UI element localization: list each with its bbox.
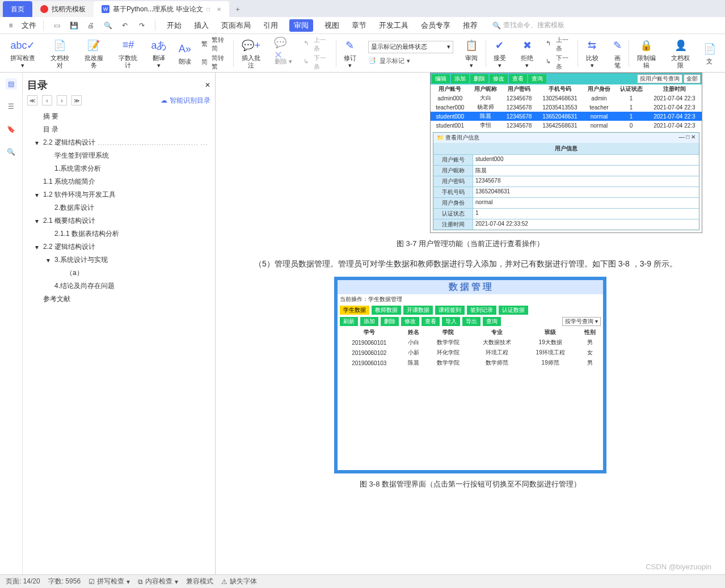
menu-recommend[interactable]: 推荐 [462,19,479,32]
ribbon-translate[interactable]: aあ翻译 ▾ [145,34,173,72]
redo-icon[interactable]: ↷ [136,19,148,32]
outline-prev[interactable]: ‹ [42,95,52,105]
new-tab-button[interactable]: ＋ [229,1,246,17]
menu-member[interactable]: 会员专享 [420,19,452,32]
menu-insert[interactable]: 插入 [193,19,210,32]
ribbon-next-change[interactable]: ↳下一条 [546,54,574,71]
outline-item[interactable]: 摘 要 [27,110,210,123]
status-bar: 页面: 14/20 字数: 5956 ☑ 拼写检查 ▾ ⧉ 内容检查 ▾ 兼容模… [0,574,725,588]
document-area[interactable]: 编辑 添加 删除 修改 查看 查询 按用户账号查询 全部 用户账号用户昵称用户密… [216,73,725,574]
tab-docshell[interactable]: 找稻壳模板 [32,1,94,17]
e1-btn: 查看 [509,74,527,83]
status-spell[interactable]: ☑ 拼写检查 ▾ [88,577,130,586]
outline-list: 摘 要目 录▾2.2 逻辑结构设计学生签到管理系统1.系统需求分析1.1 系统功… [27,110,210,306]
simp-icon: 简 [201,58,210,67]
new-doc-icon[interactable]: ▭ [50,19,63,32]
outline-collapse-all[interactable]: ≪ [27,95,37,105]
tab-home[interactable]: 首页 [3,1,32,17]
toc-icon[interactable]: ▤ [6,78,17,90]
menu-pagelayout[interactable]: 页面布局 [220,19,252,32]
prev-icon: ↰ [304,40,312,49]
outline-item[interactable]: ▾1.2 软件环境与开发工具 [27,188,210,201]
outline-item[interactable]: （a） [27,266,210,280]
e1-btn: 查询 [528,74,546,83]
outline-item[interactable]: 2.数据库设计 [27,201,210,214]
ribbon-pen[interactable]: ✎画笔 [606,34,629,72]
menu-start[interactable]: 开始 [166,19,183,32]
ribbon-spellcheck[interactable]: abc✓拼写检查 ▾ [3,34,43,72]
e1-btn: 编辑 [432,74,450,83]
status-words[interactable]: 字数: 5956 [48,577,81,586]
e1-dialog: 📁 查看用户信息— □ ✕ 用户信息 用户账号student000用户昵称陈晨用… [433,132,699,230]
ribbon-prev-change[interactable]: ↰上一条 [546,36,574,53]
ribbon-show-markup[interactable]: 📑显示标记 ▾ [368,57,453,66]
outline-next[interactable]: › [57,95,67,105]
left-sidebar: ▤ ☰ 🔖 🔍 [0,73,23,574]
e1-search-mode: 按用户账号查询 [637,74,682,83]
fig38-caption: 图 3-8 数据管理界面（点击第一行按钮可切换至不同数据进行管理） [238,479,702,489]
outline-title: 目录 [27,78,48,92]
figure-3-8: 数 据 管 理 当前操作：学生数据管理 学生数据教师数据开课数据课程签到签到记录… [334,277,606,473]
status-missing-font[interactable]: ⚠ 缺失字体 [221,577,257,586]
trad-icon: 繁 [201,40,210,49]
tab-pin-icon[interactable]: □ [206,6,210,12]
status-page[interactable]: 页面: 14/20 [6,577,40,586]
outline-item[interactable]: 参考文献 [27,293,210,306]
ribbon-review-pane[interactable]: 📋审阅 ▾ [458,34,486,72]
ribbon-read[interactable]: A»朗读 [173,34,197,72]
menu-view[interactable]: 视图 [323,19,340,32]
ribbon-more[interactable]: 📄文 [698,34,722,72]
tab-close-icon[interactable]: ✕ [217,6,221,12]
outline-item[interactable]: 1.1 系统功能简介 [27,175,210,188]
ribbon-reject[interactable]: ✖拒绝 ▾ [513,34,541,72]
outline-panel: 目录 ✕ ≪ ‹ › ≫ ☁智能识别目录 摘 要目 录▾2.2 逻辑结构设计学生… [23,73,216,574]
status-compat[interactable]: 兼容模式 [186,577,213,586]
outline-item[interactable]: ▾2.2 逻辑结构设计 [27,240,210,253]
file-menu[interactable]: 文件 [22,20,36,31]
tab-document-active[interactable]: W 基于Python...理系统 毕业论文 □ ✕ [94,1,229,17]
e1-btn: 添加 [451,74,469,83]
hamburger-icon[interactable]: ≡ [5,19,17,32]
outline-auto-detect[interactable]: ☁智能识别目录 [161,95,210,105]
outline-item[interactable]: 学生签到管理系统 [27,149,210,162]
menu-chapter[interactable]: 章节 [351,19,368,32]
command-search[interactable]: 🔍 查找命令、搜索模板 [492,20,564,30]
print-icon[interactable]: 🖨 [85,19,97,32]
ribbon-track-changes[interactable]: ✎修订 ▾ [336,34,364,72]
nav-icon[interactable]: ☰ [6,101,17,112]
ribbon-prev-comment[interactable]: ↰上一条 [304,36,331,53]
menu-devtools[interactable]: 开发工具 [378,19,410,32]
ribbon-accept[interactable]: ✔接受 ▾ [486,34,514,72]
undo-icon[interactable]: ↶ [119,19,131,32]
save-icon[interactable]: 💾 [68,19,80,32]
outline-item[interactable]: 2.1.1 数据表结构分析 [27,227,210,240]
outline-item[interactable]: 1.系统需求分析 [27,162,210,175]
chevron-down-icon: ▾ [447,43,450,50]
outline-item[interactable]: 4.结论及尚存在问题 [27,280,210,293]
ribbon-wordcount[interactable]: ≡#字数统计 [111,34,145,72]
print-preview-icon[interactable]: 🔍 [102,19,114,32]
ribbon-trad-to-simp[interactable]: 繁繁转简 [201,36,229,53]
ribbon-compare[interactable]: ⇆比较 ▾ [578,34,606,72]
bookmark-icon[interactable]: 🔖 [6,124,17,135]
outline-item[interactable]: 目 录 [27,123,210,136]
ribbon-restrict[interactable]: 🔒限制编辑 [629,34,663,72]
menu-review[interactable]: 审阅 [289,19,313,32]
ribbon-insert-comment[interactable]: 💬+插入批注 [234,34,268,72]
outline-item[interactable]: ▾2.1 概要结构设计 [27,214,210,227]
ribbon-proof[interactable]: 📄文档校对 [43,34,77,72]
ribbon-delete-comment[interactable]: 💬✕删除 ▾ [268,34,299,72]
ribbon-correct[interactable]: 📝批改服务 [77,34,111,72]
track-display-dropdown[interactable]: 显示标记的最终状态▾ [368,41,453,53]
menu-reference[interactable]: 引用 [262,19,279,32]
outline-item[interactable]: ▾2.2 逻辑结构设计 [27,136,210,149]
ribbon: abc✓拼写检查 ▾ 📄文档校对 📝批改服务 ≡#字数统计 aあ翻译 ▾ A»朗… [0,34,725,73]
ribbon-simp-to-trad[interactable]: 简简转繁 [201,54,229,71]
find-icon[interactable]: 🔍 [6,146,17,158]
outline-item[interactable]: ▾3.系统设计与实现 [27,253,210,266]
ribbon-next-comment[interactable]: ↳下一条 [304,54,331,71]
outline-expand-all[interactable]: ≫ [71,95,82,105]
status-content[interactable]: ⧉ 内容检查 ▾ [138,577,178,586]
ribbon-docperm[interactable]: 👤文档权限 [664,34,698,72]
outline-close-icon[interactable]: ✕ [205,81,210,89]
